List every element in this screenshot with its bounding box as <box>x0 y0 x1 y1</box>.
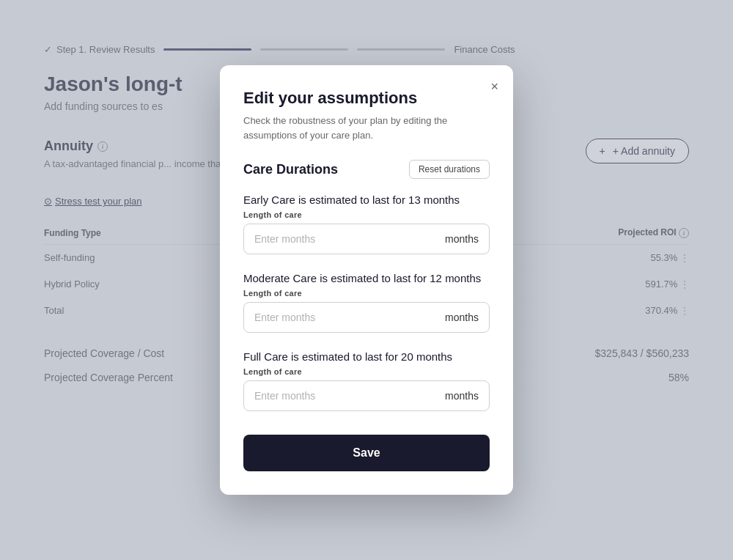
months-input-moderate[interactable] <box>244 303 435 332</box>
care-estimate-early: Early Care is estimated to last for 13 m… <box>243 194 490 206</box>
months-input-early[interactable] <box>244 224 435 254</box>
care-field-label-moderate: Length of care <box>243 289 490 298</box>
months-input-wrapper-moderate: months <box>243 302 490 333</box>
care-field-label-full: Length of care <box>243 367 490 376</box>
care-estimate-moderate: Moderate Care is estimated to last for 1… <box>243 272 490 284</box>
months-suffix-moderate: months <box>435 303 489 332</box>
care-durations-header: Care Durations Reset durations <box>243 160 490 179</box>
months-input-full[interactable] <box>244 381 435 410</box>
care-section-full: Full Care is estimated to last for 20 mo… <box>243 350 490 411</box>
modal-container: × Edit your assumptions Check the robust… <box>0 0 733 560</box>
months-suffix-early: months <box>435 224 489 254</box>
care-field-label-early: Length of care <box>243 210 490 219</box>
modal-description: Check the robustness of your plan by edi… <box>243 114 490 142</box>
care-section-early: Early Care is estimated to last for 13 m… <box>243 194 490 254</box>
modal-close-button[interactable]: × <box>487 77 501 96</box>
close-icon: × <box>490 79 498 94</box>
care-sections: Early Care is estimated to last for 13 m… <box>243 194 490 411</box>
care-section-moderate: Moderate Care is estimated to last for 1… <box>243 272 490 333</box>
save-button[interactable]: Save <box>243 435 490 471</box>
edit-assumptions-modal: × Edit your assumptions Check the robust… <box>220 65 513 495</box>
reset-durations-button[interactable]: Reset durations <box>409 160 490 179</box>
modal-title: Edit your assumptions <box>243 89 490 108</box>
care-durations-title: Care Durations <box>243 162 338 177</box>
months-input-wrapper-full: months <box>243 380 490 411</box>
months-input-wrapper-early: months <box>243 224 490 254</box>
months-suffix-full: months <box>435 381 489 410</box>
care-estimate-full: Full Care is estimated to last for 20 mo… <box>243 350 490 363</box>
